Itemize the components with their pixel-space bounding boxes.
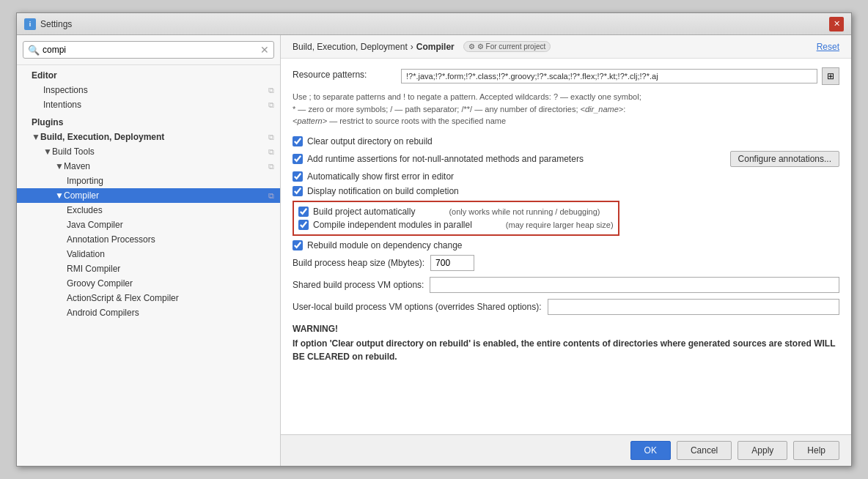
editor-label: Editor [32, 70, 280, 81]
validation-label: Validation [67, 249, 280, 259]
clear-output-label: Clear output directory on rebuild [307, 136, 433, 146]
help-button[interactable]: Help [793, 441, 839, 460]
sidebar-item-build-tools[interactable]: ▼ Build Tools ⧉ [17, 144, 280, 159]
expand-arrow: ▼ [55, 161, 64, 171]
checkbox-parallel: Compile independent modules in parallel … [298, 220, 614, 230]
clear-output-checkbox[interactable] [293, 136, 303, 146]
assertions-checkbox-row: Add runtime assertions for not-null-anno… [293, 154, 584, 164]
resource-patterns-value: ⊞ [401, 67, 839, 85]
sidebar-item-importing[interactable]: Importing [17, 174, 280, 188]
warning-box: WARNING! If option 'Clear output directo… [293, 324, 839, 363]
assertions-row: Add runtime assertions for not-null-anno… [293, 151, 839, 167]
assertions-checkbox[interactable] [293, 154, 303, 164]
resource-patterns-input[interactable] [401, 69, 817, 83]
importing-label: Importing [67, 176, 280, 186]
sidebar-item-maven[interactable]: ▼ Maven ⧉ [17, 159, 280, 174]
parallel-label: Compile independent modules in parallel [313, 220, 472, 230]
sidebar-item-java-compiler[interactable]: Java Compiler [17, 218, 280, 232]
build-execution-label: Build, Execution, Deployment [40, 132, 268, 142]
show-error-checkbox[interactable] [293, 171, 303, 182]
notify-build-label: Display notification on build completion [307, 186, 459, 196]
parallel-checkbox[interactable] [298, 220, 309, 230]
breadcrumb-part2: Compiler [416, 42, 455, 52]
build-tools-label: Build Tools [52, 146, 268, 157]
resource-patterns-row: Resource patterns: ⊞ [293, 67, 839, 85]
parallel-note: (may require larger heap size) [506, 220, 614, 229]
expand-arrow: ▼ [32, 132, 40, 142]
checkbox-rebuild-module: Rebuild module on dependency change [293, 240, 839, 250]
actionscript-label: ActionScript & Flex Compiler [67, 293, 280, 303]
copy-icon: ⧉ [268, 100, 274, 110]
shared-vm-input[interactable] [430, 277, 839, 293]
intentions-label: Intentions [43, 100, 268, 110]
expand-arrow: ▼ [55, 190, 64, 201]
reset-link[interactable]: Reset [817, 42, 839, 52]
heap-size-label: Build process heap size (Mbytes): [293, 258, 424, 268]
settings-window: i Settings ✕ 🔍 ✕ Editor [16, 12, 852, 467]
project-badge: ⚙ ⚙ For current project [463, 41, 551, 52]
sidebar-tree: Editor Inspections ⧉ Intentions ⧉ Plugin… [17, 65, 280, 466]
build-auto-checkbox[interactable] [298, 207, 309, 217]
sidebar-item-inspections[interactable]: Inspections ⧉ [17, 83, 280, 97]
sidebar-item-rmi-compiler[interactable]: RMI Compiler [17, 261, 280, 276]
search-clear-icon[interactable]: ✕ [260, 44, 269, 56]
sidebar-item-validation[interactable]: Validation [17, 247, 280, 261]
sidebar-item-intentions[interactable]: Intentions ⧉ [17, 97, 280, 112]
sidebar-item-compiler[interactable]: ▼ Compiler ⧉ [17, 188, 280, 203]
apply-button[interactable]: Apply [738, 441, 787, 460]
resource-browse-button[interactable]: ⊞ [822, 67, 839, 85]
breadcrumb-part1: Build, Execution, Deployment [293, 42, 408, 52]
warning-text: If option 'Clear output directory on reb… [293, 337, 839, 363]
highlighted-options-box: Build project automatically (only works … [293, 201, 619, 236]
search-wrap: 🔍 ✕ [23, 41, 274, 59]
warning-title: WARNING! [293, 324, 839, 334]
show-error-label: Automatically show first error in editor [307, 171, 454, 182]
sidebar-item-actionscript[interactable]: ActionScript & Flex Compiler [17, 291, 280, 305]
main-body: Resource patterns: ⊞ Use ; to separate p… [281, 59, 851, 434]
sidebar-item-annotation-processors[interactable]: Annotation Processors [17, 232, 280, 247]
title-bar: i Settings ✕ [17, 13, 851, 35]
build-auto-note: (only works while not running / debuggin… [449, 207, 600, 216]
sidebar-item-build-execution[interactable]: ▼ Build, Execution, Deployment ⧉ [17, 130, 280, 144]
main-header: Build, Execution, Deployment › Compiler … [281, 35, 851, 59]
compiler-label: Compiler [64, 190, 268, 201]
sidebar-item-groovy-compiler[interactable]: Groovy Compiler [17, 276, 280, 291]
checkbox-show-error: Automatically show first error in editor [293, 171, 839, 182]
rebuild-module-label: Rebuild module on dependency change [307, 240, 463, 250]
copy-icon: ⧉ [268, 147, 274, 157]
copy-icon: ⧉ [268, 191, 274, 201]
cancel-button[interactable]: Cancel [677, 441, 732, 460]
checkbox-build-auto: Build project automatically (only works … [298, 207, 614, 217]
hint-text: Use ; to separate patterns and ! to nega… [293, 91, 839, 127]
notify-build-checkbox[interactable] [293, 186, 303, 196]
sidebar-section-plugins: Plugins [17, 115, 280, 130]
configure-annotations-button[interactable]: Configure annotations... [730, 151, 839, 167]
heap-size-row: Build process heap size (Mbytes): [293, 255, 839, 271]
gear-icon: ⚙ [468, 42, 475, 51]
copy-icon: ⧉ [268, 133, 274, 142]
breadcrumb-sep: › [411, 42, 413, 52]
user-vm-input[interactable] [548, 299, 840, 315]
sidebar-section-editor: Editor [17, 68, 280, 83]
android-label: Android Compilers [67, 308, 280, 318]
search-input[interactable] [43, 45, 257, 55]
project-badge-text: ⚙ For current project [477, 42, 545, 51]
breadcrumb: Build, Execution, Deployment › Compiler … [293, 41, 551, 52]
plugins-label: Plugins [32, 117, 280, 127]
sidebar-item-android[interactable]: Android Compilers [17, 305, 280, 320]
annotation-processors-label: Annotation Processors [67, 234, 280, 245]
rebuild-module-checkbox[interactable] [293, 240, 303, 250]
main-panel: Build, Execution, Deployment › Compiler … [281, 35, 851, 466]
content-area: 🔍 ✕ Editor Inspections ⧉ In [17, 35, 851, 466]
heap-size-input[interactable] [430, 255, 474, 271]
search-icon: 🔍 [28, 45, 40, 56]
excludes-label: Excludes [67, 205, 280, 215]
ok-button[interactable]: OK [630, 441, 671, 460]
close-button[interactable]: ✕ [829, 17, 844, 31]
user-vm-label: User-local build process VM options (ove… [293, 302, 542, 312]
checkbox-clear-output: Clear output directory on rebuild [293, 136, 839, 146]
shared-vm-label: Shared build process VM options: [293, 280, 424, 290]
checkbox-notify-build: Display notification on build completion [293, 186, 839, 196]
sidebar-item-excludes[interactable]: Excludes [17, 203, 280, 218]
inspections-label: Inspections [43, 85, 268, 95]
